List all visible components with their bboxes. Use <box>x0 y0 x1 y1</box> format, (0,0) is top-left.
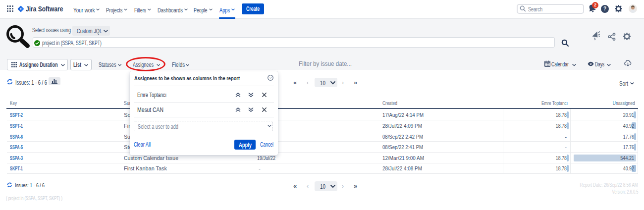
svg-text:?: ? <box>269 76 272 80</box>
